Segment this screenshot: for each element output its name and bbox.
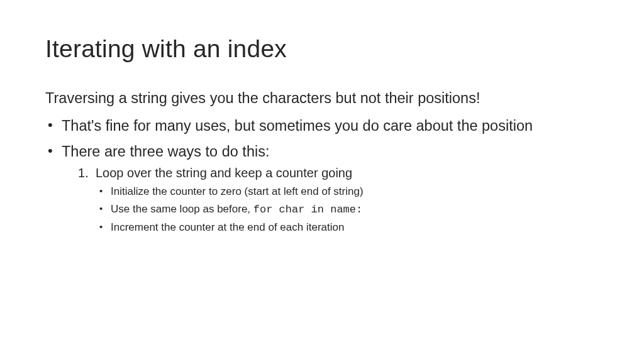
list-item: Use the same loop as before, for char in… (99, 202, 599, 217)
slide-title: Iterating with an index (45, 35, 599, 63)
sub-bullet-text: Increment the counter at the end of each… (111, 221, 344, 233)
sub-bullet-prefix: Use the same loop as before, (111, 203, 253, 215)
list-item: There are three ways to do this: Loop ov… (45, 142, 599, 235)
intro-text: Traversing a string gives you the charac… (45, 89, 599, 107)
list-item: Increment the counter at the end of each… (99, 220, 599, 235)
bullet-text: There are three ways to do this: (62, 143, 269, 160)
list-item: Initialize the counter to zero (start at… (99, 184, 599, 199)
code-snippet: for char in name (253, 204, 356, 216)
sub-bullet-suffix: : (356, 204, 362, 216)
list-item: That's fine for many uses, but sometimes… (45, 116, 599, 136)
list-item: Loop over the string and keep a counter … (77, 165, 599, 234)
bullet-text: That's fine for many uses, but sometimes… (62, 118, 533, 134)
sub-bullet-text: Initialize the counter to zero (start at… (111, 185, 364, 197)
numbered-text: Loop over the string and keep a counter … (96, 166, 352, 180)
main-bullet-list: That's fine for many uses, but sometimes… (45, 116, 599, 234)
numbered-list: Loop over the string and keep a counter … (62, 165, 599, 234)
sub-bullet-list: Initialize the counter to zero (start at… (96, 184, 599, 234)
